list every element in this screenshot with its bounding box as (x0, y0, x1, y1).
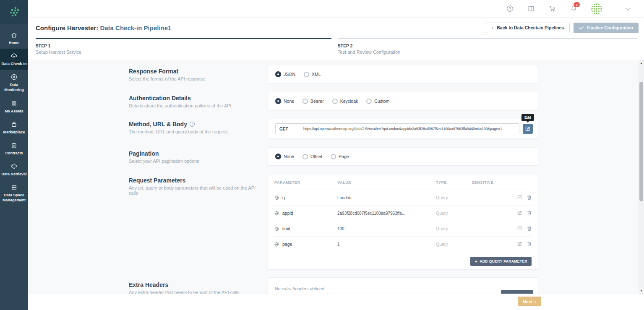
info-icon[interactable]: i (190, 122, 195, 127)
parameters-table: PARAMETER VALUE TYPE SENSITIVE q London … (268, 175, 538, 252)
sidebar-item-data-monitoring[interactable]: Data Monitoring (0, 70, 28, 96)
radio-option-bearer[interactable]: Bearer (302, 99, 324, 104)
assets-grid-icon (10, 100, 18, 107)
help-icon[interactable] (506, 5, 514, 12)
step2-progress-bar (338, 38, 637, 39)
edit-parameter-button[interactable] (517, 211, 522, 216)
parameter-type: Query (436, 211, 472, 216)
sidebar-item-data-retrieval[interactable]: Data Retrieval (0, 159, 28, 180)
request-parameters-card: PARAMETER VALUE TYPE SENSITIVE q London … (268, 175, 538, 270)
page-title-prefix: Configure Harvester: (36, 24, 98, 31)
delete-parameter-button[interactable] (527, 211, 532, 216)
parameter-name: page (282, 242, 292, 247)
parameter-row-page: page 1 Query (274, 236, 532, 252)
edit-url-button[interactable]: Edit (523, 124, 533, 134)
radio-label: Offset (310, 154, 322, 159)
edit-pencil-icon (525, 126, 530, 131)
sidebar-item-contracts[interactable]: Contracts (0, 138, 28, 159)
response-format-card: JSON XML (268, 65, 538, 83)
next-button[interactable]: Next › (518, 297, 541, 306)
radio-icon (304, 72, 309, 77)
chevron-down-icon[interactable] (626, 5, 630, 13)
sidebar-item-data-space-management[interactable]: Data Space Management (0, 180, 28, 206)
parameter-value: London (337, 195, 436, 200)
radio-icon (302, 99, 308, 104)
contracts-clipboard-icon (10, 142, 18, 149)
radio-icon (332, 99, 338, 104)
parameter-type: Query (436, 226, 472, 231)
radio-label: Page (339, 154, 349, 159)
globe-icon (274, 242, 279, 247)
section-title: Response Format (129, 68, 263, 75)
delete-parameter-button[interactable] (527, 226, 532, 231)
parameter-value: 100 (337, 227, 436, 231)
globe-icon (274, 227, 279, 231)
parameter-row-limit: limit 100 Query (274, 221, 532, 236)
radio-icon (331, 154, 336, 159)
radio-option-page[interactable]: Page (331, 154, 349, 159)
add-header-button[interactable] (501, 290, 533, 294)
edit-parameter-button[interactable] (517, 195, 522, 200)
cloud-upload-icon (10, 52, 18, 60)
app-logo[interactable] (0, 0, 28, 24)
sidebar-item-home[interactable]: Home (0, 28, 28, 49)
radio-option-json[interactable]: JSON (275, 71, 295, 77)
radio-option-keycloak[interactable]: Keycloak (332, 99, 358, 104)
edit-parameter-button[interactable] (517, 226, 522, 231)
radio-option-pagination-none[interactable]: None (275, 154, 294, 159)
plus-icon: + (475, 260, 477, 263)
radio-option-custom[interactable]: Custom (366, 99, 389, 104)
delete-parameter-button[interactable] (527, 242, 532, 247)
column-header-sensitive: SENSITIVE (472, 180, 509, 185)
radio-label: Custom (374, 99, 389, 104)
trash-icon (527, 195, 532, 200)
radio-option-offset[interactable]: Offset (302, 154, 322, 159)
globe-icon (274, 195, 279, 200)
vertical-scrollbar[interactable]: ▲ ▼ (639, 60, 644, 294)
home-icon (10, 31, 18, 39)
sidebar-item-my-assets[interactable]: My Assets (0, 96, 28, 117)
sidebar-item-label: Contracts (5, 151, 23, 156)
parameter-type: Query (436, 195, 472, 200)
user-avatar[interactable] (591, 3, 602, 14)
edit-pencil-icon (517, 211, 522, 215)
edit-tooltip: Edit (521, 114, 534, 121)
step2-description: Test and Review Configuration (338, 49, 400, 55)
parameter-type: Query (436, 242, 472, 247)
scroll-up-arrow[interactable]: ▲ (639, 60, 644, 65)
trash-icon (527, 226, 532, 231)
radio-label: JSON (284, 72, 295, 77)
monitoring-drop-icon (10, 73, 18, 81)
sidebar-item-label: Data Monitoring (1, 82, 27, 92)
parameter-value: 2a93f28cd087f5ec1100aa97963ffa... (337, 211, 436, 216)
notification-count-badge: 3 (574, 2, 580, 7)
sidebar-item-data-check-in[interactable]: Data Check-in (0, 49, 28, 70)
section-authentication-label: Authentication Details Details about the… (129, 95, 263, 108)
docs-book-icon[interactable] (527, 5, 535, 12)
pagination-card: None Offset Page (268, 147, 538, 166)
section-title: Pagination (129, 150, 263, 157)
finalise-configuration-button[interactable]: Finalise Configuration (574, 23, 639, 33)
check-icon (579, 26, 584, 30)
sidebar-item-marketplace[interactable]: Marketplace (0, 117, 28, 138)
radio-option-none[interactable]: None (275, 98, 294, 104)
section-pagination-label: Pagination Select your API pagination op… (129, 150, 263, 164)
server-stack-icon (10, 184, 18, 191)
edit-parameter-button[interactable] (517, 242, 522, 247)
scrollbar-thumb[interactable] (639, 82, 643, 201)
config-form: Response Format Select the format of the… (28, 60, 639, 294)
parameter-name: q (282, 195, 285, 200)
delete-parameter-button[interactable] (527, 195, 532, 200)
radio-selected-icon (275, 98, 281, 104)
method-url-card: GET https://api.openweathermap.org/data/… (268, 119, 538, 139)
section-title-text: Method, URL & Body (129, 121, 187, 128)
finalise-button-label: Finalise Configuration (587, 25, 633, 30)
sidebar-item-label: Data Retrieval (1, 172, 26, 177)
back-button[interactable]: ‹ Back to Data Check-in Pipelines (486, 23, 570, 33)
add-query-parameter-button[interactable]: + ADD QUERY PARAMETER (470, 257, 532, 266)
notifications-bell-icon[interactable]: 3 (570, 5, 577, 12)
cart-icon[interactable] (549, 5, 556, 12)
section-extra-headers-label: Extra Headers Any extra header that need… (129, 281, 263, 294)
radio-option-xml[interactable]: XML (304, 72, 321, 77)
scroll-down-arrow[interactable]: ▼ (639, 288, 644, 293)
